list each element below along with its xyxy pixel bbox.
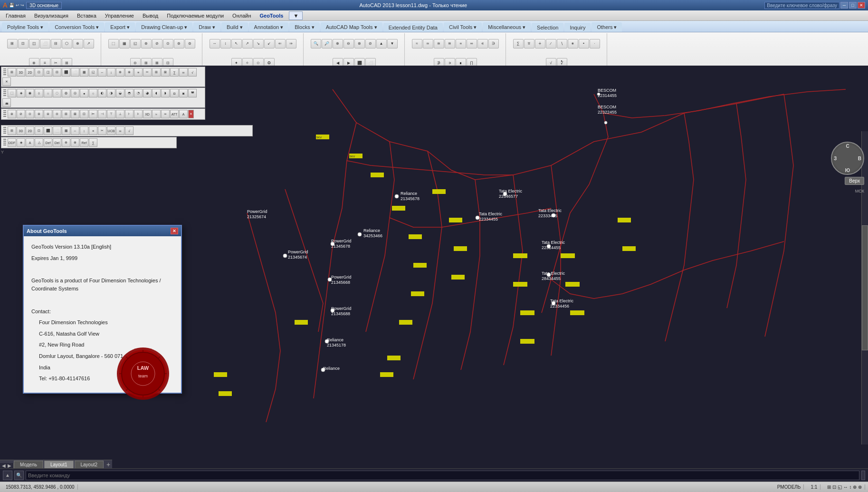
tb2-icon-14[interactable]: ◓ <box>125 89 134 97</box>
tb3-icon-4[interactable]: ⊚ <box>35 110 43 118</box>
tb3-icon-6[interactable]: ⊝ <box>53 110 61 118</box>
cmd-search[interactable]: 🔍 <box>14 471 24 480</box>
tool-icon-52[interactable]: ≋ <box>445 39 455 48</box>
tb3-icon-15[interactable]: ⊧ <box>134 110 143 118</box>
tool-icon-43[interactable]: ▲ <box>376 39 387 48</box>
tb3-icon-20[interactable]: A <box>179 110 188 118</box>
tb3-icon-16[interactable]: XD <box>143 110 152 118</box>
tb-icon-1[interactable]: ⊞ <box>8 68 16 77</box>
tool-icon-13[interactable]: ⬚ <box>108 39 119 48</box>
tool-icon-40[interactable]: ⊖ <box>343 39 354 48</box>
tab-drawing-cleanup[interactable]: Drawing Clean-up ▾ <box>136 22 192 32</box>
scrollbar-thumb[interactable] <box>862 225 868 351</box>
tb2-icon-8[interactable]: ◎ <box>71 89 79 97</box>
tab-build[interactable]: Build ▾ <box>221 22 248 32</box>
tool-icon-38[interactable]: 🔎 <box>322 39 332 48</box>
tb3-icon-13[interactable]: ⊥ <box>116 110 124 118</box>
tab-export[interactable]: Export ▾ <box>105 22 135 32</box>
tool-icon-29[interactable]: ↘ <box>253 39 264 48</box>
tb5-icon-10[interactable]: ∑ <box>89 138 97 147</box>
tool-icon-27[interactable]: ↖ <box>231 39 242 48</box>
tool-icon-4[interactable]: ⬜ <box>40 39 50 48</box>
tb-icon-7[interactable]: ⬛ <box>62 68 70 77</box>
command-input[interactable] <box>26 471 859 480</box>
tb2-icon-2[interactable]: ◈ <box>17 89 25 97</box>
minimize-button[interactable]: ─ <box>840 2 848 9</box>
tb2-icon-11[interactable]: ◐ <box>98 89 106 97</box>
toolbar-grip-5[interactable] <box>3 139 6 146</box>
tool-icon-16[interactable]: ⊛ <box>141 39 152 48</box>
tool-icon-44[interactable]: ▼ <box>387 39 398 48</box>
tb4-icon-13[interactable]: ∞ <box>116 126 124 135</box>
tb2-icon-22[interactable]: ◛ <box>2 98 11 107</box>
tb5-icon-1[interactable]: DDF <box>8 138 16 147</box>
tool-icon-32[interactable]: ⇒ <box>286 39 296 48</box>
tb4-icon-11[interactable]: ✂ <box>98 126 106 135</box>
about-close-button[interactable]: ✕ <box>171 228 178 234</box>
tool-icon-26[interactable]: ↕ <box>220 39 231 48</box>
tool-icon-8[interactable]: ↗ <box>84 39 94 48</box>
tb-icon-5[interactable]: ◫ <box>44 68 52 77</box>
tool-icon-53[interactable]: ∝ <box>456 39 466 48</box>
tb3-icon-8[interactable]: ⊠ <box>71 110 79 118</box>
tb-icon-9[interactable]: ▦ <box>80 68 88 77</box>
tool-icon-56[interactable]: ∋ <box>488 39 499 48</box>
tool-icon-28[interactable]: ↗ <box>242 39 253 48</box>
tool-icon-25[interactable]: ↔ <box>210 39 220 48</box>
tb-icon-14[interactable]: ⊗ <box>125 68 134 77</box>
tb4-icon-1[interactable]: ⊞ <box>8 126 16 135</box>
toolbar-grip-1[interactable] <box>3 68 6 76</box>
tb4-icon-4[interactable]: ⊡ <box>35 126 43 135</box>
tb3-icon-18[interactable]: ≃ <box>161 110 170 118</box>
tb5-icon-9[interactable]: Ref <box>80 138 88 147</box>
menu-insert[interactable]: Вставка <box>73 12 100 19</box>
canvas-area[interactable]: 5KV 5KV <box>0 66 868 468</box>
tb-icon-8[interactable]: ⬜ <box>71 68 79 77</box>
tb3-icon-17[interactable]: ≈ <box>152 110 161 118</box>
tb3-icon-14[interactable]: ⊦ <box>125 110 134 118</box>
tool-icon-66[interactable]: ∗ <box>568 39 578 48</box>
tb4-icon-8[interactable]: ↔ <box>71 126 79 135</box>
tb3-icon-11[interactable]: ⊣ <box>98 110 106 118</box>
toolbar-grip-2[interactable] <box>3 89 6 97</box>
tb5-icon-3[interactable]: A <box>26 138 34 147</box>
tb3-icon-10[interactable]: ⊢ <box>89 110 97 118</box>
tool-icon-19[interactable]: ⊚ <box>174 39 184 48</box>
tool-icon-30[interactable]: ↙ <box>264 39 275 48</box>
tb-icon-16[interactable]: ✂ <box>143 68 152 77</box>
cmd-scroll-handle[interactable] <box>861 471 865 480</box>
menu-manage[interactable]: Управление <box>101 12 138 19</box>
tb-icon-4[interactable]: ⊡ <box>35 68 43 77</box>
tb-icon-10[interactable]: ◱ <box>89 68 97 77</box>
tool-icon-2[interactable]: ⊡ <box>18 39 29 48</box>
tb-icon-20[interactable]: ∞ <box>179 68 188 77</box>
compass-north-button[interactable]: Верх <box>845 177 864 185</box>
workspace-selector[interactable]: 3D основные <box>26 2 62 9</box>
tab-annotation[interactable]: Annotation ▾ <box>249 22 289 32</box>
tb2-icon-17[interactable]: ◖ <box>152 89 161 97</box>
tab-conversion-tools[interactable]: Conversion Tools ▾ <box>49 22 104 32</box>
tool-icon-14[interactable]: ▦ <box>119 39 130 48</box>
tool-icon-68[interactable]: ∙ <box>590 39 600 48</box>
tool-icon-62[interactable]: ∓ <box>524 39 534 48</box>
tab-inquiry[interactable]: Inquiry <box>564 23 591 32</box>
tb-icon-17[interactable]: ⊞ <box>152 68 161 77</box>
tb-icon-6[interactable]: ⊟ <box>53 68 61 77</box>
tb2-icon-21[interactable]: ◚ <box>188 89 197 97</box>
tb-icon-12[interactable]: ↕ <box>107 68 115 77</box>
tool-icon-61[interactable]: ∑ <box>513 39 524 48</box>
tool-icon-37[interactable]: 🔍 <box>311 39 321 48</box>
tool-icon-39[interactable]: ⊕ <box>333 39 343 48</box>
tb2-icon-4[interactable]: ◊ <box>35 89 43 97</box>
tb2-icon-7[interactable]: ◍ <box>62 89 70 97</box>
tb2-icon-1[interactable]: ⬚ <box>8 89 16 97</box>
tb-icon-18[interactable]: ⊠ <box>161 68 170 77</box>
tb5-icon-6[interactable]: Del <box>53 138 61 147</box>
tb2-icon-6[interactable]: ◌ <box>53 89 61 97</box>
tb2-icon-9[interactable]: ● <box>80 89 88 97</box>
tb-icon-15[interactable]: ≡ <box>134 68 143 77</box>
tb2-icon-3[interactable]: ◉ <box>26 89 34 97</box>
tab-civil-tools[interactable]: Civil Tools ▾ <box>444 22 482 32</box>
tb2-icon-16[interactable]: ◕ <box>143 89 152 97</box>
tb3-close[interactable]: ✕ <box>188 110 194 118</box>
